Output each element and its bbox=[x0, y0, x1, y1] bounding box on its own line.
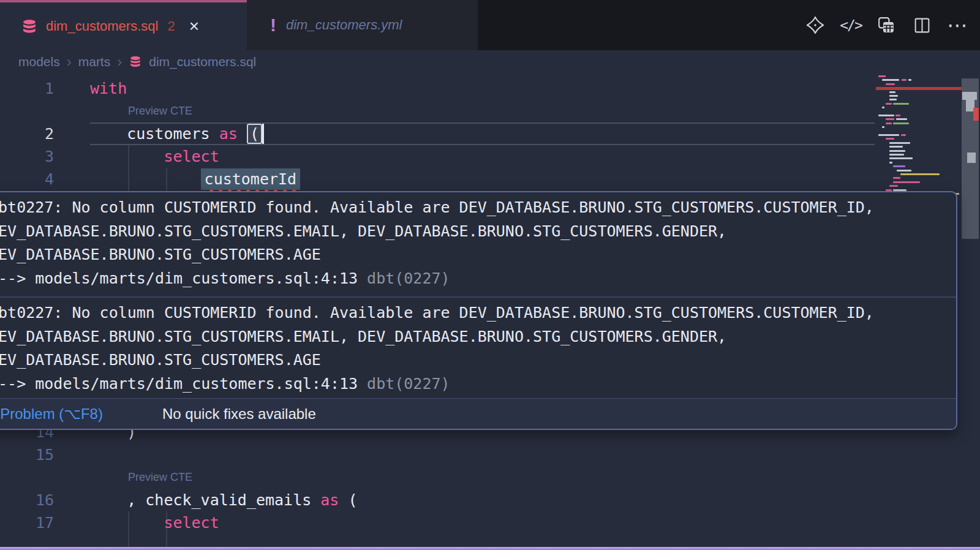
line-number: 17 bbox=[0, 511, 54, 534]
tab-dirty-count-badge: 2 bbox=[167, 18, 175, 34]
hover-status-bar: View Problem (⌥F8) No quick fixes availa… bbox=[0, 398, 956, 429]
window-bottom-border bbox=[0, 547, 980, 550]
line-number: 15 bbox=[0, 443, 54, 466]
warning-icon: ! bbox=[270, 16, 276, 34]
code-line-1[interactable]: 1with bbox=[0, 77, 980, 100]
chevron-right-icon: › bbox=[117, 53, 122, 70]
code-editor[interactable]: dbt0227: No column CUSTOMERID found. Ava… bbox=[0, 73, 980, 547]
database-icon bbox=[129, 56, 142, 68]
error-message-line: DEV_DATABASE.BRUNO.STG_CUSTOMERS.AGE bbox=[0, 348, 956, 372]
tab-label: dim_customers.yml bbox=[286, 17, 402, 33]
error-message-line: DEV_DATABASE.BRUNO.STG_CUSTOMERS.EMAIL, … bbox=[0, 220, 956, 244]
chevron-right-icon: › bbox=[67, 53, 72, 70]
code-line-16[interactable]: 16, check_valid_emails as ( bbox=[0, 489, 980, 511]
codelens-preview-cte[interactable]: Preview CTE bbox=[0, 100, 980, 122]
tab-bar: dim_customers.sql 2 × ! dim_customers.ym… bbox=[0, 0, 980, 50]
breadcrumb-item-marts[interactable]: marts bbox=[78, 55, 111, 69]
code-text: with bbox=[90, 77, 127, 100]
codelens-label[interactable]: Preview CTE bbox=[128, 100, 192, 122]
code-line-15[interactable]: 15 bbox=[0, 443, 980, 466]
error-message: dbt0227: No column CUSTOMERID found. Ava… bbox=[0, 192, 956, 296]
code-text: , check_valid_emails as ( bbox=[90, 489, 358, 511]
error-location: --> models/marts/dim_customers.sql:4:13 bbox=[0, 269, 358, 287]
vscode-window: dim_customers.sql 2 × ! dim_customers.ym… bbox=[0, 0, 980, 550]
view-problem-link[interactable]: View Problem (⌥F8) bbox=[0, 405, 103, 423]
editor-actions: </> ⋯ bbox=[806, 0, 967, 50]
error-message-line: DEV_DATABASE.BRUNO.STG_CUSTOMERS.AGE bbox=[0, 243, 956, 267]
dbt-icon[interactable] bbox=[806, 16, 824, 34]
more-icon[interactable]: ⋯ bbox=[948, 16, 967, 34]
line-number: 2 bbox=[0, 122, 54, 145]
code-text: select bbox=[90, 511, 219, 534]
code-line-4[interactable]: 4customerId bbox=[0, 168, 980, 190]
code-icon[interactable]: </> bbox=[842, 16, 860, 34]
text-cursor: ( bbox=[247, 124, 262, 144]
line-number: 1 bbox=[0, 77, 54, 100]
database-icon bbox=[21, 19, 38, 34]
close-icon[interactable]: × bbox=[189, 18, 199, 35]
code-text: select bbox=[90, 145, 219, 168]
code-line-2[interactable]: 2customers as ( bbox=[0, 122, 980, 145]
code-text: customerId bbox=[90, 168, 300, 190]
copy-table-icon[interactable] bbox=[877, 16, 895, 34]
code-text: customers as ( bbox=[90, 122, 262, 145]
codelens-label[interactable]: Preview CTE bbox=[128, 466, 192, 489]
line-number: 4 bbox=[0, 168, 54, 190]
error-message-line: dbt0227: No column CUSTOMERID found. Ava… bbox=[0, 196, 956, 220]
error-hover-popup: dbt0227: No column CUSTOMERID found. Ava… bbox=[0, 191, 957, 430]
breadcrumb-item-models[interactable]: models bbox=[18, 55, 60, 69]
error-message-line: dbt0227: No column CUSTOMERID found. Ava… bbox=[0, 301, 956, 325]
error-source: dbt(0227) bbox=[358, 375, 450, 393]
tab-dim-customers-sql[interactable]: dim_customers.sql 2 × bbox=[0, 0, 247, 50]
tab-dim-customers-yml[interactable]: ! dim_customers.yml bbox=[247, 0, 478, 50]
error-source: dbt(0227) bbox=[358, 269, 450, 287]
codelens-preview-cte[interactable]: Preview CTE bbox=[0, 466, 980, 489]
split-editor-icon[interactable] bbox=[913, 16, 931, 34]
line-number: 3 bbox=[0, 145, 54, 168]
error-location: --> models/marts/dim_customers.sql:4:13 bbox=[0, 375, 358, 393]
breadcrumb: models › marts › dim_customers.sql bbox=[18, 50, 256, 73]
line-number: 16 bbox=[0, 489, 54, 511]
code-line-3[interactable]: 3select bbox=[0, 145, 980, 168]
error-token: customerId bbox=[201, 168, 301, 190]
tab-label: dim_customers.sql bbox=[46, 18, 158, 34]
error-location-line: --> models/marts/dim_customers.sql:4:13 … bbox=[0, 267, 956, 291]
error-message-line: DEV_DATABASE.BRUNO.STG_CUSTOMERS.EMAIL, … bbox=[0, 325, 956, 349]
error-message: dbt0227: No column CUSTOMERID found. Ava… bbox=[0, 298, 956, 402]
breadcrumb-item-file[interactable]: dim_customers.sql bbox=[149, 55, 256, 69]
quick-fix-status: No quick fixes available bbox=[162, 405, 316, 423]
error-location-line: --> models/marts/dim_customers.sql:4:13 … bbox=[0, 372, 956, 396]
code-line-17[interactable]: 17select bbox=[0, 511, 980, 534]
